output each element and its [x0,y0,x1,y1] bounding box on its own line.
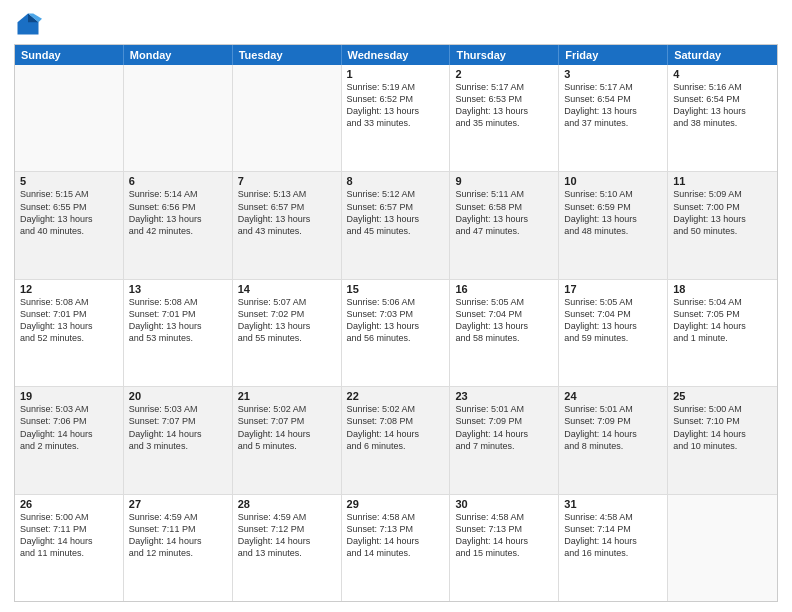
day-number: 24 [564,390,662,402]
calendar: SundayMondayTuesdayWednesdayThursdayFrid… [14,44,778,602]
weekday-header: Saturday [668,45,777,65]
day-info: Sunrise: 5:17 AM Sunset: 6:53 PM Dayligh… [455,81,553,130]
day-info: Sunrise: 5:08 AM Sunset: 7:01 PM Dayligh… [129,296,227,345]
calendar-cell: 11Sunrise: 5:09 AM Sunset: 7:00 PM Dayli… [668,172,777,278]
day-number: 30 [455,498,553,510]
calendar-cell: 13Sunrise: 5:08 AM Sunset: 7:01 PM Dayli… [124,280,233,386]
day-info: Sunrise: 5:19 AM Sunset: 6:52 PM Dayligh… [347,81,445,130]
day-info: Sunrise: 5:00 AM Sunset: 7:10 PM Dayligh… [673,403,772,452]
calendar-cell: 23Sunrise: 5:01 AM Sunset: 7:09 PM Dayli… [450,387,559,493]
day-number: 12 [20,283,118,295]
day-info: Sunrise: 5:02 AM Sunset: 7:08 PM Dayligh… [347,403,445,452]
day-number: 9 [455,175,553,187]
calendar-cell: 20Sunrise: 5:03 AM Sunset: 7:07 PM Dayli… [124,387,233,493]
weekday-header: Monday [124,45,233,65]
day-info: Sunrise: 5:17 AM Sunset: 6:54 PM Dayligh… [564,81,662,130]
calendar-cell: 1Sunrise: 5:19 AM Sunset: 6:52 PM Daylig… [342,65,451,171]
calendar-cell: 16Sunrise: 5:05 AM Sunset: 7:04 PM Dayli… [450,280,559,386]
day-info: Sunrise: 5:01 AM Sunset: 7:09 PM Dayligh… [455,403,553,452]
calendar-cell: 8Sunrise: 5:12 AM Sunset: 6:57 PM Daylig… [342,172,451,278]
day-info: Sunrise: 4:59 AM Sunset: 7:12 PM Dayligh… [238,511,336,560]
day-info: Sunrise: 5:15 AM Sunset: 6:55 PM Dayligh… [20,188,118,237]
day-number: 2 [455,68,553,80]
weekday-header: Tuesday [233,45,342,65]
day-number: 17 [564,283,662,295]
day-number: 21 [238,390,336,402]
day-info: Sunrise: 5:16 AM Sunset: 6:54 PM Dayligh… [673,81,772,130]
calendar-cell: 15Sunrise: 5:06 AM Sunset: 7:03 PM Dayli… [342,280,451,386]
calendar-cell: 29Sunrise: 4:58 AM Sunset: 7:13 PM Dayli… [342,495,451,601]
day-number: 28 [238,498,336,510]
weekday-header: Friday [559,45,668,65]
day-info: Sunrise: 5:03 AM Sunset: 7:07 PM Dayligh… [129,403,227,452]
day-number: 11 [673,175,772,187]
calendar-cell: 4Sunrise: 5:16 AM Sunset: 6:54 PM Daylig… [668,65,777,171]
day-info: Sunrise: 5:09 AM Sunset: 7:00 PM Dayligh… [673,188,772,237]
day-info: Sunrise: 5:05 AM Sunset: 7:04 PM Dayligh… [564,296,662,345]
day-info: Sunrise: 5:00 AM Sunset: 7:11 PM Dayligh… [20,511,118,560]
day-info: Sunrise: 5:03 AM Sunset: 7:06 PM Dayligh… [20,403,118,452]
day-number: 16 [455,283,553,295]
calendar-cell: 26Sunrise: 5:00 AM Sunset: 7:11 PM Dayli… [15,495,124,601]
calendar-body: 1Sunrise: 5:19 AM Sunset: 6:52 PM Daylig… [15,65,777,601]
calendar-header: SundayMondayTuesdayWednesdayThursdayFrid… [15,45,777,65]
calendar-cell: 3Sunrise: 5:17 AM Sunset: 6:54 PM Daylig… [559,65,668,171]
weekday-header: Sunday [15,45,124,65]
logo [14,10,48,38]
day-number: 23 [455,390,553,402]
day-number: 26 [20,498,118,510]
calendar-cell [124,65,233,171]
day-number: 10 [564,175,662,187]
day-info: Sunrise: 5:07 AM Sunset: 7:02 PM Dayligh… [238,296,336,345]
logo-icon [14,10,42,38]
day-number: 19 [20,390,118,402]
day-number: 3 [564,68,662,80]
calendar-row: 12Sunrise: 5:08 AM Sunset: 7:01 PM Dayli… [15,279,777,386]
calendar-cell: 31Sunrise: 4:58 AM Sunset: 7:14 PM Dayli… [559,495,668,601]
calendar-cell: 14Sunrise: 5:07 AM Sunset: 7:02 PM Dayli… [233,280,342,386]
weekday-header: Wednesday [342,45,451,65]
day-number: 27 [129,498,227,510]
day-number: 20 [129,390,227,402]
day-info: Sunrise: 5:13 AM Sunset: 6:57 PM Dayligh… [238,188,336,237]
day-number: 29 [347,498,445,510]
weekday-header: Thursday [450,45,559,65]
day-number: 1 [347,68,445,80]
calendar-cell: 7Sunrise: 5:13 AM Sunset: 6:57 PM Daylig… [233,172,342,278]
calendar-cell: 5Sunrise: 5:15 AM Sunset: 6:55 PM Daylig… [15,172,124,278]
calendar-cell: 28Sunrise: 4:59 AM Sunset: 7:12 PM Dayli… [233,495,342,601]
calendar-cell: 22Sunrise: 5:02 AM Sunset: 7:08 PM Dayli… [342,387,451,493]
day-number: 31 [564,498,662,510]
calendar-cell [668,495,777,601]
calendar-row: 19Sunrise: 5:03 AM Sunset: 7:06 PM Dayli… [15,386,777,493]
calendar-row: 1Sunrise: 5:19 AM Sunset: 6:52 PM Daylig… [15,65,777,171]
day-info: Sunrise: 5:08 AM Sunset: 7:01 PM Dayligh… [20,296,118,345]
calendar-cell: 9Sunrise: 5:11 AM Sunset: 6:58 PM Daylig… [450,172,559,278]
header [14,10,778,38]
calendar-cell: 2Sunrise: 5:17 AM Sunset: 6:53 PM Daylig… [450,65,559,171]
page: SundayMondayTuesdayWednesdayThursdayFrid… [0,0,792,612]
calendar-cell: 30Sunrise: 4:58 AM Sunset: 7:13 PM Dayli… [450,495,559,601]
day-number: 7 [238,175,336,187]
day-number: 18 [673,283,772,295]
day-info: Sunrise: 5:02 AM Sunset: 7:07 PM Dayligh… [238,403,336,452]
calendar-cell: 18Sunrise: 5:04 AM Sunset: 7:05 PM Dayli… [668,280,777,386]
day-info: Sunrise: 4:58 AM Sunset: 7:14 PM Dayligh… [564,511,662,560]
day-number: 4 [673,68,772,80]
calendar-cell: 21Sunrise: 5:02 AM Sunset: 7:07 PM Dayli… [233,387,342,493]
day-info: Sunrise: 5:12 AM Sunset: 6:57 PM Dayligh… [347,188,445,237]
calendar-cell: 27Sunrise: 4:59 AM Sunset: 7:11 PM Dayli… [124,495,233,601]
calendar-cell [233,65,342,171]
day-info: Sunrise: 5:14 AM Sunset: 6:56 PM Dayligh… [129,188,227,237]
day-info: Sunrise: 5:10 AM Sunset: 6:59 PM Dayligh… [564,188,662,237]
day-info: Sunrise: 4:58 AM Sunset: 7:13 PM Dayligh… [455,511,553,560]
day-number: 15 [347,283,445,295]
day-number: 6 [129,175,227,187]
day-info: Sunrise: 5:04 AM Sunset: 7:05 PM Dayligh… [673,296,772,345]
calendar-cell: 10Sunrise: 5:10 AM Sunset: 6:59 PM Dayli… [559,172,668,278]
calendar-cell: 24Sunrise: 5:01 AM Sunset: 7:09 PM Dayli… [559,387,668,493]
day-info: Sunrise: 5:01 AM Sunset: 7:09 PM Dayligh… [564,403,662,452]
calendar-cell: 17Sunrise: 5:05 AM Sunset: 7:04 PM Dayli… [559,280,668,386]
day-number: 25 [673,390,772,402]
calendar-cell: 19Sunrise: 5:03 AM Sunset: 7:06 PM Dayli… [15,387,124,493]
